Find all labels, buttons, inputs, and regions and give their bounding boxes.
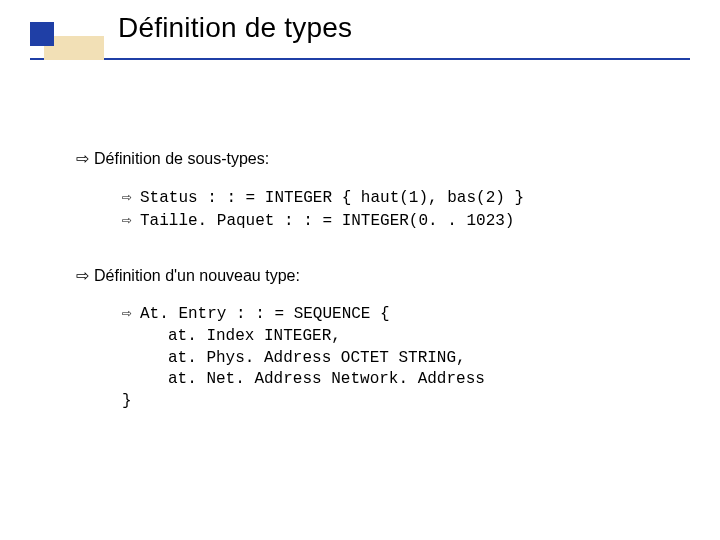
code-line: ⇨Taille. Paquet : : = INTEGER(0. . 1023) bbox=[122, 211, 696, 233]
code-text: Status : : = INTEGER { haut(1), bas(2) } bbox=[140, 189, 524, 207]
bullet-arrow-icon: ⇨ bbox=[76, 148, 94, 170]
code-line: ⇨At. Entry : : = SEQUENCE { bbox=[122, 304, 696, 326]
bullet-arrow-icon: ⇨ bbox=[122, 211, 140, 233]
title-underline bbox=[30, 58, 690, 60]
section-heading: ⇨Définition de sous-types: bbox=[76, 148, 696, 170]
section-heading-text: Définition de sous-types: bbox=[94, 150, 269, 167]
code-text: at. Index INTEGER, bbox=[168, 327, 341, 345]
bullet-arrow-icon: ⇨ bbox=[122, 188, 140, 210]
code-line: at. Index INTEGER, bbox=[168, 326, 696, 348]
bullet-arrow-icon: ⇨ bbox=[76, 265, 94, 287]
code-text: at. Phys. Address OCTET STRING, bbox=[168, 349, 466, 367]
code-text: } bbox=[122, 392, 132, 410]
bullet-arrow-icon: ⇨ bbox=[122, 304, 140, 326]
section-heading: ⇨Définition d'un nouveau type: bbox=[76, 265, 696, 287]
code-line: } bbox=[122, 391, 696, 413]
code-text: at. Net. Address Network. Address bbox=[168, 370, 485, 388]
code-line: ⇨Status : : = INTEGER { haut(1), bas(2) … bbox=[122, 188, 696, 210]
code-text: Taille. Paquet : : = INTEGER(0. . 1023) bbox=[140, 212, 514, 230]
code-text: At. Entry : : = SEQUENCE { bbox=[140, 305, 390, 323]
slide-body: ⇨Définition de sous-types: ⇨Status : : =… bbox=[76, 148, 696, 412]
code-line: at. Net. Address Network. Address bbox=[168, 369, 696, 391]
slide: Définition de types ⇨Définition de sous-… bbox=[0, 0, 720, 540]
section-heading-text: Définition d'un nouveau type: bbox=[94, 267, 300, 284]
corner-accent-square bbox=[30, 22, 54, 46]
code-line: at. Phys. Address OCTET STRING, bbox=[168, 348, 696, 370]
slide-title: Définition de types bbox=[118, 12, 352, 44]
